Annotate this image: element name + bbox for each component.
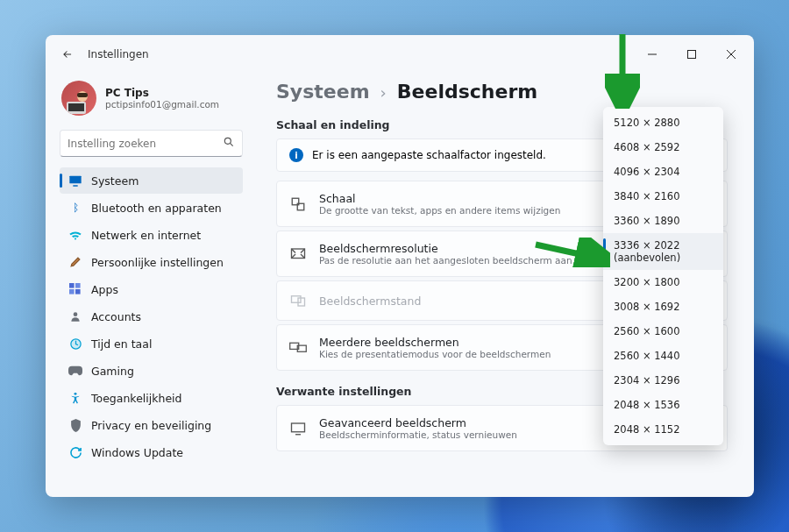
- resolution-option[interactable]: 3840 × 2160: [603, 184, 723, 209]
- resolution-option[interactable]: 2048 × 1152: [603, 417, 723, 442]
- resolution-option[interactable]: 2560 × 1440: [603, 344, 723, 368]
- resolution-option[interactable]: 2560 × 1600: [603, 319, 723, 344]
- orientation-icon: [289, 292, 307, 309]
- nav-list: Systeem ᛒ Bluetooth en apparaten Netwerk…: [60, 167, 243, 465]
- banner-text: Er is een aangepaste schaalfactor ingest…: [312, 149, 546, 161]
- sidebar-item-label: Gaming: [91, 365, 134, 378]
- breadcrumb: Systeem › Beeldscherm: [276, 81, 728, 103]
- resolution-option[interactable]: 2048 × 1536: [603, 393, 723, 417]
- multiple-displays-icon: [289, 339, 307, 357]
- svg-rect-8: [75, 283, 81, 288]
- sidebar-item-label: Windows Update: [91, 446, 183, 459]
- sidebar-item-accessibility[interactable]: Toegankelijkheid: [60, 385, 243, 411]
- sidebar-item-time-language[interactable]: Tijd en taal: [60, 330, 243, 357]
- profile-block[interactable]: PC Tips pctipsinfo01@gmail.com: [60, 77, 243, 126]
- sidebar: PC Tips pctipsinfo01@gmail.com Systeem ᛒ…: [46, 72, 252, 497]
- sidebar-item-label: Netwerk en internet: [91, 229, 201, 242]
- apps-icon: [68, 282, 82, 296]
- sidebar-item-system[interactable]: Systeem: [60, 167, 243, 194]
- sidebar-item-accounts[interactable]: Accounts: [60, 303, 243, 330]
- display-icon: [68, 174, 82, 188]
- globe-clock-icon: [68, 337, 82, 351]
- svg-rect-6: [69, 176, 81, 184]
- update-icon: [68, 445, 82, 459]
- sidebar-item-privacy[interactable]: Privacy en beveiliging: [60, 412, 243, 438]
- app-title: Instellingen: [88, 48, 149, 60]
- svg-rect-17: [292, 296, 302, 303]
- sidebar-item-gaming[interactable]: Gaming: [60, 358, 243, 384]
- sidebar-item-bluetooth[interactable]: ᛒ Bluetooth en apparaten: [60, 195, 243, 221]
- resolution-icon: [289, 245, 307, 263]
- svg-rect-0: [687, 51, 695, 59]
- person-icon: [68, 309, 82, 323]
- resolution-option[interactable]: 5120 × 2880: [603, 110, 723, 135]
- resolution-option[interactable]: 2304 × 1296: [603, 368, 723, 393]
- wifi-icon: [68, 228, 82, 242]
- titlebar: Instellingen: [46, 35, 754, 72]
- svg-point-5: [224, 138, 231, 144]
- resolution-option[interactable]: 3336 × 2022 (aanbevolen): [603, 233, 723, 270]
- bluetooth-icon: ᛒ: [68, 201, 82, 215]
- minimize-button[interactable]: [632, 42, 672, 67]
- sidebar-item-label: Persoonlijke instellingen: [91, 256, 224, 269]
- svg-rect-2: [68, 103, 84, 111]
- svg-point-13: [75, 393, 77, 395]
- svg-point-11: [74, 312, 78, 316]
- resolution-option[interactable]: 4608 × 2592: [603, 135, 723, 160]
- sidebar-item-apps[interactable]: Apps: [60, 276, 243, 302]
- sidebar-item-label: Systeem: [91, 174, 139, 188]
- sidebar-item-label: Apps: [91, 283, 118, 296]
- search-input[interactable]: [68, 138, 223, 150]
- sidebar-item-personalization[interactable]: Persoonlijke instellingen: [60, 249, 243, 275]
- resolution-option[interactable]: 3200 × 1800: [603, 270, 723, 294]
- resolution-option[interactable]: 4096 × 2304: [603, 160, 723, 184]
- svg-rect-10: [75, 289, 81, 294]
- sidebar-item-label: Bluetooth en apparaten: [91, 202, 222, 215]
- svg-rect-4: [77, 93, 88, 97]
- sidebar-item-label: Tijd en taal: [91, 337, 152, 351]
- back-button[interactable]: [58, 45, 77, 64]
- avatar: [61, 81, 96, 116]
- close-button[interactable]: [711, 42, 750, 67]
- brush-icon: [68, 255, 82, 269]
- sidebar-item-label: Toegankelijkheid: [91, 392, 182, 405]
- sidebar-item-label: Accounts: [91, 310, 141, 323]
- breadcrumb-parent[interactable]: Systeem: [276, 81, 370, 103]
- profile-email: pctipsinfo01@gmail.com: [105, 99, 219, 110]
- svg-rect-9: [69, 289, 75, 294]
- info-icon: i: [289, 148, 303, 162]
- svg-rect-7: [69, 283, 75, 288]
- monitor-icon: [289, 420, 307, 437]
- resolution-option[interactable]: 3008 × 1692: [603, 294, 723, 319]
- svg-rect-18: [298, 298, 305, 306]
- sidebar-item-label: Privacy en beveiliging: [91, 419, 211, 432]
- sidebar-item-update[interactable]: Windows Update: [60, 439, 243, 465]
- accessibility-icon: [68, 391, 82, 405]
- resolution-option[interactable]: 3360 × 1890: [603, 209, 723, 233]
- search-icon: [223, 135, 235, 152]
- sidebar-item-network[interactable]: Netwerk en internet: [60, 222, 243, 248]
- scale-icon: [289, 195, 307, 213]
- search-box[interactable]: [60, 130, 243, 157]
- profile-name: PC Tips: [105, 87, 219, 99]
- gamepad-icon: [68, 364, 82, 378]
- resolution-dropdown[interactable]: 5120 × 28804608 × 25924096 × 23043840 × …: [603, 107, 723, 445]
- maximize-button[interactable]: [672, 42, 711, 67]
- shield-icon: [68, 418, 82, 432]
- chevron-right-icon: ›: [380, 83, 387, 102]
- svg-rect-21: [292, 423, 305, 432]
- page-title: Beeldscherm: [397, 81, 537, 103]
